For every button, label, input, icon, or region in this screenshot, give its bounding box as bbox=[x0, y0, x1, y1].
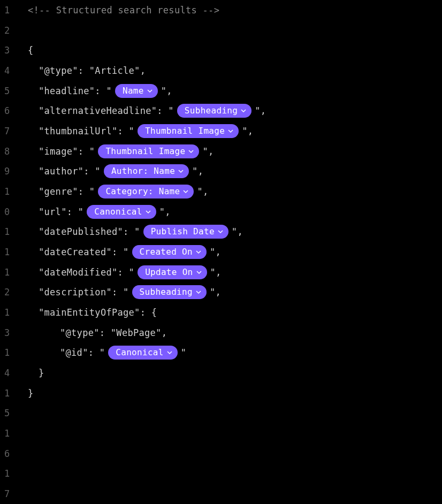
json-key: "url" bbox=[39, 207, 67, 217]
colon: : bbox=[78, 186, 89, 197]
line-number: 2 bbox=[0, 287, 18, 297]
chevron-down-icon bbox=[241, 109, 246, 113]
pill-label: Update On bbox=[145, 268, 193, 277]
quote-open: " bbox=[100, 347, 105, 358]
code-line: 2 "description": "Subheading", bbox=[0, 282, 442, 302]
chevron-down-icon bbox=[196, 290, 201, 294]
field-pill-canonical[interactable]: Canonical bbox=[87, 205, 156, 219]
chevron-down-icon bbox=[196, 270, 202, 274]
pill-label: Canonical bbox=[94, 208, 142, 216]
colon: : bbox=[83, 166, 95, 177]
quote-close: ", bbox=[232, 226, 243, 237]
colon: : bbox=[67, 207, 78, 217]
json-key: "dateModified" bbox=[39, 267, 118, 278]
json-key: "@type" bbox=[39, 65, 78, 76]
json-key: "thumbnailUrl" bbox=[39, 126, 118, 136]
line-number: 2 bbox=[0, 25, 18, 36]
code-line: 0 "url": "Canonical", bbox=[0, 202, 442, 222]
colon: : bbox=[78, 146, 89, 157]
code-line: 1 "dateCreated": "Created On", bbox=[0, 242, 442, 262]
quote-close: ", bbox=[242, 126, 253, 136]
line-number: 3 bbox=[0, 45, 18, 56]
pill-label: Thumbnail Image bbox=[105, 147, 185, 156]
line-number: 1 bbox=[0, 186, 18, 197]
quote-open: " bbox=[95, 166, 101, 177]
json-key: "alternativeHeadline" bbox=[39, 105, 157, 116]
pill-label: Name bbox=[123, 87, 144, 95]
code-line: 1 "dateModified": "Update On", bbox=[0, 262, 442, 282]
field-pill-created-on[interactable]: Created On bbox=[132, 245, 207, 259]
quote-open: " bbox=[106, 86, 112, 96]
field-pill-thumbnail[interactable]: Thumbnail Image bbox=[98, 144, 199, 158]
code-line: 1 "@id": "Canonical" bbox=[0, 342, 442, 363]
quote-open: " bbox=[129, 126, 135, 136]
pill-label: Category: Name bbox=[105, 187, 180, 196]
field-pill-update-on[interactable]: Update On bbox=[138, 265, 207, 279]
json-key: "image" bbox=[39, 146, 78, 157]
json-key: "description" bbox=[39, 287, 112, 297]
json-value: "WebPage" bbox=[111, 327, 162, 338]
code-line: 9 "author": "Author: Name", bbox=[0, 161, 442, 181]
code-line: 3 { bbox=[0, 40, 442, 60]
chevron-down-icon bbox=[178, 169, 184, 173]
quote-open: " bbox=[78, 207, 84, 217]
quote-open: " bbox=[129, 267, 135, 278]
quote-open: " bbox=[89, 186, 95, 197]
chevron-down-icon bbox=[183, 189, 188, 194]
field-pill-category[interactable]: Category: Name bbox=[98, 185, 194, 198]
line-number: 1 bbox=[0, 347, 18, 358]
json-key: "author" bbox=[39, 166, 83, 177]
chevron-down-icon bbox=[167, 350, 172, 355]
json-key: "mainEntityOfPage" bbox=[39, 307, 140, 318]
field-pill-author[interactable]: Author: Name bbox=[104, 164, 189, 178]
json-value: "Article" bbox=[89, 65, 140, 76]
chevron-down-icon bbox=[196, 250, 201, 254]
line-number: 0 bbox=[0, 207, 18, 217]
field-pill-publish-date[interactable]: Publish Date bbox=[143, 225, 228, 239]
code-line: 1 "datePublished": "Publish Date", bbox=[0, 222, 442, 242]
field-pill-subheading[interactable]: Subheading bbox=[177, 104, 252, 118]
code-line: 1 "mainEntityOfPage": { bbox=[0, 302, 442, 323]
colon: : bbox=[95, 86, 106, 96]
colon: : bbox=[112, 287, 123, 297]
line-number: 5 bbox=[0, 86, 18, 96]
comma: , bbox=[162, 327, 167, 338]
code-line: 2 bbox=[0, 20, 442, 41]
comment-text: <!-- Structured search results --> bbox=[28, 5, 219, 16]
field-pill-canonical[interactable]: Canonical bbox=[108, 346, 177, 360]
quote-close: " bbox=[181, 347, 187, 358]
json-key: "@id" bbox=[60, 347, 88, 358]
quote-open: " bbox=[168, 105, 174, 116]
line-number: 1 bbox=[0, 428, 18, 439]
pill-label: Publish Date bbox=[151, 227, 215, 236]
code-line: 1 } bbox=[0, 383, 442, 403]
field-pill-thumbnail[interactable]: Thumbnail Image bbox=[138, 124, 239, 138]
quote-close: ", bbox=[210, 287, 221, 297]
colon: : bbox=[118, 267, 129, 278]
line-number: 5 bbox=[0, 408, 18, 418]
line-number: 4 bbox=[0, 65, 18, 76]
line-number: 3 bbox=[0, 327, 18, 338]
chevron-down-icon bbox=[147, 89, 153, 93]
code-line: 7 bbox=[0, 484, 442, 504]
colon: : bbox=[157, 105, 168, 116]
pill-label: Subheading bbox=[185, 106, 238, 115]
colon: : bbox=[140, 307, 151, 318]
pill-label: Canonical bbox=[116, 348, 163, 357]
line-number: 1 bbox=[0, 267, 18, 278]
field-pill-subheading[interactable]: Subheading bbox=[132, 285, 207, 299]
code-line: 5 "headline": "Name", bbox=[0, 81, 442, 101]
line-number: 8 bbox=[0, 146, 18, 157]
chevron-down-icon bbox=[228, 129, 233, 133]
brace-open: { bbox=[151, 307, 157, 318]
line-number: 1 bbox=[0, 307, 18, 318]
quote-open: " bbox=[123, 247, 129, 257]
quote-close: ", bbox=[192, 166, 203, 177]
line-number: 1 bbox=[0, 468, 18, 479]
json-key: "dateCreated" bbox=[39, 247, 112, 257]
quote-close: ", bbox=[197, 186, 208, 197]
brace-open: { bbox=[28, 45, 34, 56]
line-number: 1 bbox=[0, 226, 18, 237]
field-pill-name[interactable]: Name bbox=[115, 84, 158, 98]
line-number: 1 bbox=[0, 5, 18, 16]
